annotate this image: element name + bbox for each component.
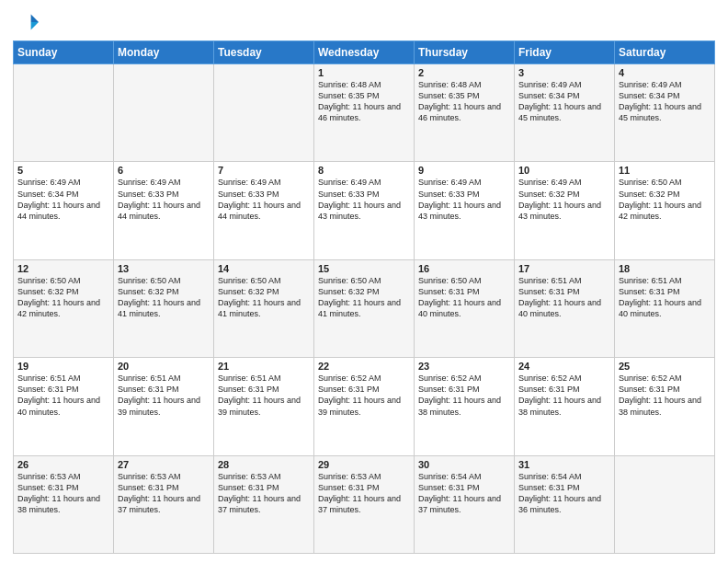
cell-info: Sunrise: 6:52 AM bbox=[619, 373, 711, 384]
day-number: 25 bbox=[619, 361, 711, 372]
calendar-header-sunday: Sunday bbox=[14, 41, 114, 64]
cell-info: Sunset: 6:32 PM bbox=[17, 286, 109, 297]
cell-info: Sunrise: 6:48 AM bbox=[418, 79, 510, 90]
calendar: SundayMondayTuesdayWednesdayThursdayFrid… bbox=[13, 40, 715, 554]
cell-info: Sunrise: 6:51 AM bbox=[118, 373, 210, 384]
cell-info: Sunset: 6:31 PM bbox=[518, 286, 610, 297]
day-number: 20 bbox=[118, 361, 210, 372]
day-number: 19 bbox=[17, 361, 109, 372]
calendar-header-wednesday: Wednesday bbox=[314, 41, 415, 64]
cell-info: Sunrise: 6:52 AM bbox=[318, 373, 410, 384]
cell-info: Daylight: 11 hours and 39 minutes. bbox=[118, 395, 210, 417]
calendar-cell bbox=[14, 64, 114, 162]
day-number: 17 bbox=[518, 263, 610, 274]
day-number: 29 bbox=[318, 459, 410, 470]
cell-info: Daylight: 11 hours and 38 minutes. bbox=[17, 493, 109, 515]
day-number: 12 bbox=[17, 263, 109, 274]
cell-info: Sunset: 6:33 PM bbox=[418, 189, 510, 200]
cell-info: Sunrise: 6:50 AM bbox=[318, 275, 410, 286]
cell-info: Daylight: 11 hours and 41 minutes. bbox=[318, 297, 410, 319]
calendar-header-row: SundayMondayTuesdayWednesdayThursdayFrid… bbox=[14, 41, 715, 64]
day-number: 13 bbox=[118, 263, 210, 274]
day-number: 11 bbox=[619, 165, 711, 176]
cell-info: Sunset: 6:34 PM bbox=[619, 90, 711, 101]
calendar-cell: 16Sunrise: 6:50 AMSunset: 6:31 PMDayligh… bbox=[415, 259, 515, 357]
cell-info: Sunrise: 6:48 AM bbox=[318, 79, 410, 90]
day-number: 30 bbox=[418, 459, 510, 470]
day-number: 22 bbox=[318, 361, 410, 372]
cell-info: Daylight: 11 hours and 45 minutes. bbox=[619, 101, 711, 123]
day-number: 1 bbox=[318, 67, 410, 78]
cell-info: Daylight: 11 hours and 46 minutes. bbox=[418, 101, 510, 123]
day-number: 26 bbox=[17, 459, 109, 470]
cell-info: Daylight: 11 hours and 38 minutes. bbox=[418, 395, 510, 417]
calendar-cell: 11Sunrise: 6:50 AMSunset: 6:32 PMDayligh… bbox=[615, 162, 715, 259]
cell-info: Sunset: 6:31 PM bbox=[218, 384, 310, 395]
cell-info: Sunset: 6:31 PM bbox=[118, 384, 210, 395]
calendar-cell: 12Sunrise: 6:50 AMSunset: 6:32 PMDayligh… bbox=[14, 259, 114, 357]
cell-info: Daylight: 11 hours and 37 minutes. bbox=[418, 493, 510, 515]
day-number: 31 bbox=[518, 459, 610, 470]
calendar-cell: 10Sunrise: 6:49 AMSunset: 6:32 PMDayligh… bbox=[515, 162, 615, 259]
cell-info: Sunset: 6:33 PM bbox=[218, 189, 310, 200]
day-number: 16 bbox=[418, 263, 510, 274]
cell-info: Daylight: 11 hours and 44 minutes. bbox=[118, 200, 210, 222]
calendar-header-thursday: Thursday bbox=[415, 41, 515, 64]
day-number: 5 bbox=[17, 165, 109, 176]
cell-info: Daylight: 11 hours and 41 minutes. bbox=[218, 297, 310, 319]
cell-info: Daylight: 11 hours and 40 minutes. bbox=[17, 395, 109, 417]
cell-info: Sunset: 6:33 PM bbox=[118, 189, 210, 200]
calendar-cell: 7Sunrise: 6:49 AMSunset: 6:33 PMDaylight… bbox=[214, 162, 314, 259]
cell-info: Daylight: 11 hours and 46 minutes. bbox=[318, 101, 410, 123]
cell-info: Sunset: 6:31 PM bbox=[17, 482, 109, 493]
cell-info: Sunset: 6:32 PM bbox=[218, 286, 310, 297]
calendar-header-friday: Friday bbox=[515, 41, 615, 64]
cell-info: Sunrise: 6:49 AM bbox=[118, 177, 210, 188]
calendar-cell: 28Sunrise: 6:53 AMSunset: 6:31 PMDayligh… bbox=[214, 455, 314, 553]
calendar-cell bbox=[114, 64, 214, 162]
cell-info: Daylight: 11 hours and 43 minutes. bbox=[318, 200, 410, 222]
calendar-cell: 1Sunrise: 6:48 AMSunset: 6:35 PMDaylight… bbox=[314, 64, 415, 162]
calendar-cell: 21Sunrise: 6:51 AMSunset: 6:31 PMDayligh… bbox=[214, 358, 314, 455]
cell-info: Daylight: 11 hours and 37 minutes. bbox=[318, 493, 410, 515]
cell-info: Sunset: 6:31 PM bbox=[518, 482, 610, 493]
calendar-week-5: 26Sunrise: 6:53 AMSunset: 6:31 PMDayligh… bbox=[14, 455, 715, 553]
cell-info: Daylight: 11 hours and 40 minutes. bbox=[619, 297, 711, 319]
cell-info: Sunset: 6:32 PM bbox=[318, 286, 410, 297]
cell-info: Sunset: 6:34 PM bbox=[518, 90, 610, 101]
cell-info: Sunrise: 6:50 AM bbox=[17, 275, 109, 286]
cell-info: Daylight: 11 hours and 44 minutes. bbox=[17, 200, 109, 222]
cell-info: Sunset: 6:35 PM bbox=[418, 90, 510, 101]
day-number: 4 bbox=[619, 67, 711, 78]
cell-info: Sunrise: 6:50 AM bbox=[619, 177, 711, 188]
cell-info: Sunrise: 6:49 AM bbox=[218, 177, 310, 188]
cell-info: Sunrise: 6:50 AM bbox=[118, 275, 210, 286]
cell-info: Sunrise: 6:52 AM bbox=[418, 373, 510, 384]
cell-info: Sunset: 6:31 PM bbox=[619, 384, 711, 395]
calendar-header-saturday: Saturday bbox=[615, 41, 715, 64]
day-number: 28 bbox=[218, 459, 310, 470]
cell-info: Sunset: 6:31 PM bbox=[318, 384, 410, 395]
cell-info: Sunrise: 6:51 AM bbox=[518, 275, 610, 286]
cell-info: Sunrise: 6:49 AM bbox=[318, 177, 410, 188]
cell-info: Sunrise: 6:49 AM bbox=[17, 177, 109, 188]
cell-info: Sunset: 6:31 PM bbox=[218, 482, 310, 493]
cell-info: Sunrise: 6:53 AM bbox=[118, 471, 210, 482]
cell-info: Sunrise: 6:53 AM bbox=[318, 471, 410, 482]
cell-info: Daylight: 11 hours and 38 minutes. bbox=[518, 395, 610, 417]
cell-info: Sunrise: 6:54 AM bbox=[518, 471, 610, 482]
calendar-week-3: 12Sunrise: 6:50 AMSunset: 6:32 PMDayligh… bbox=[14, 259, 715, 357]
calendar-cell: 14Sunrise: 6:50 AMSunset: 6:32 PMDayligh… bbox=[214, 259, 314, 357]
day-number: 7 bbox=[218, 165, 310, 176]
calendar-cell: 19Sunrise: 6:51 AMSunset: 6:31 PMDayligh… bbox=[14, 358, 114, 455]
cell-info: Sunrise: 6:51 AM bbox=[218, 373, 310, 384]
calendar-cell: 15Sunrise: 6:50 AMSunset: 6:32 PMDayligh… bbox=[314, 259, 415, 357]
day-number: 24 bbox=[518, 361, 610, 372]
svg-marker-0 bbox=[31, 15, 39, 22]
day-number: 6 bbox=[118, 165, 210, 176]
logo bbox=[13, 9, 42, 35]
cell-info: Sunrise: 6:49 AM bbox=[518, 79, 610, 90]
cell-info: Daylight: 11 hours and 42 minutes. bbox=[17, 297, 109, 319]
day-number: 23 bbox=[418, 361, 510, 372]
calendar-cell: 3Sunrise: 6:49 AMSunset: 6:34 PMDaylight… bbox=[515, 64, 615, 162]
